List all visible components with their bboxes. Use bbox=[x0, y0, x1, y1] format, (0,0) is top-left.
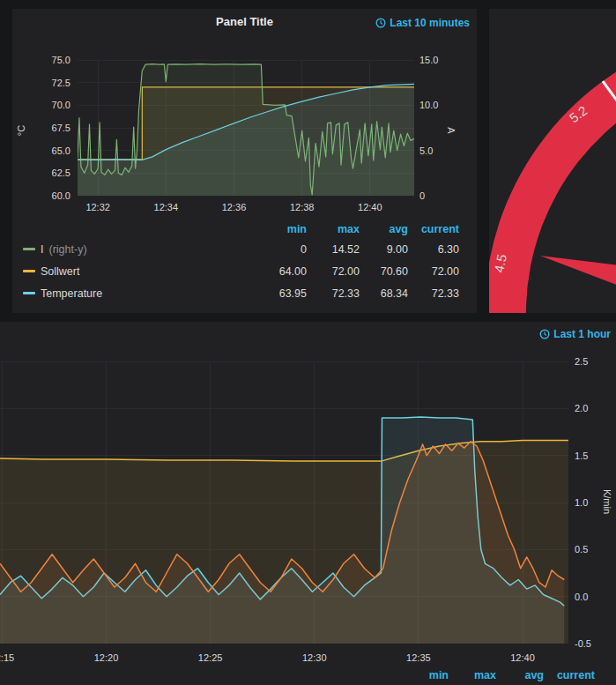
axis-tick-label: 12:38 bbox=[283, 201, 322, 213]
legend-value-avg: 9.00 bbox=[360, 243, 408, 256]
legend-value-current: 72.00 bbox=[408, 265, 459, 278]
axis-tick-label: 10.0 bbox=[419, 99, 438, 111]
axis-tick-label: 60.0 bbox=[37, 190, 71, 202]
axis-tick-label: 75.0 bbox=[37, 54, 71, 66]
legend-header-row: min max avg current bbox=[404, 669, 595, 681]
grafana-dashboard: Panel Title Last 10 minutes °C A min max… bbox=[0, 0, 616, 685]
legend-header-row: min max avg current bbox=[12, 220, 477, 238]
legend-value-max: 14.52 bbox=[307, 243, 360, 256]
axis-tick-label: 12:20 bbox=[86, 651, 125, 664]
legend-series-suffix: (right-y) bbox=[48, 243, 86, 256]
legend-series-marker bbox=[23, 248, 35, 250]
legend-header-max[interactable]: max bbox=[449, 669, 496, 681]
legend-header-current[interactable]: current bbox=[544, 669, 595, 681]
axis-tick-label: 15.0 bbox=[419, 54, 438, 66]
legend-value-current: 6.30 bbox=[408, 243, 459, 256]
axis-tick-label: 12:36 bbox=[214, 201, 253, 213]
legend-value-max: 72.00 bbox=[307, 265, 360, 278]
axis-tick-label: 12:30 bbox=[295, 651, 334, 664]
time-range-label: Last 10 minutes bbox=[390, 17, 470, 29]
axis-tick-label: 2.0 bbox=[575, 402, 588, 414]
time-range-picker[interactable]: Last 1 hour bbox=[539, 328, 611, 340]
axis-tick-label: 12:40 bbox=[351, 201, 390, 213]
axis-tick-label: 67.5 bbox=[37, 122, 71, 134]
axis-tick-label: 12:32 bbox=[78, 201, 117, 213]
legend-value-max: 72.33 bbox=[307, 287, 360, 300]
axis-tick-label: 62.5 bbox=[37, 167, 71, 179]
axis-tick-label: 0.0 bbox=[575, 591, 588, 603]
time-range-label: Last 1 hour bbox=[553, 328, 611, 340]
legend-value-min: 63.95 bbox=[250, 287, 307, 300]
gauge-chart: 5.2 4.5 bbox=[489, 9, 616, 313]
clock-icon bbox=[375, 18, 386, 28]
axis-tick-label: 65.0 bbox=[37, 145, 71, 157]
panel-gauge: 5.2 4.5 bbox=[489, 9, 616, 313]
panel-temperature: Panel Title Last 10 minutes °C A min max… bbox=[12, 9, 477, 313]
legend-series-toggle[interactable]: Temperature bbox=[23, 287, 250, 300]
axis-tick-label: -0.5 bbox=[575, 637, 591, 650]
legend-value-avg: 68.34 bbox=[360, 287, 408, 300]
legend-header-avg[interactable]: avg bbox=[496, 669, 544, 681]
axis-tick-label: 12:25 bbox=[191, 651, 230, 664]
legend-series-marker bbox=[23, 270, 35, 272]
legend-header-min[interactable]: min bbox=[404, 669, 449, 681]
y-axis-label-right: K/min bbox=[602, 489, 612, 514]
legend-series-name: I bbox=[41, 243, 43, 256]
chart-plot-area[interactable] bbox=[78, 60, 414, 196]
axis-tick-label: 5.0 bbox=[419, 145, 433, 157]
axis-tick-label: 1.0 bbox=[575, 496, 588, 509]
axis-tick-label: 1.5 bbox=[575, 450, 588, 462]
axis-tick-label: 12:15 bbox=[0, 651, 21, 664]
legend-series-marker bbox=[23, 292, 35, 294]
legend-series-toggle[interactable]: Sollwert bbox=[23, 265, 250, 278]
panel-heating-rate: Last 1 hour K/min min max avg current -0… bbox=[0, 322, 616, 685]
y-axis-label-right: A bbox=[446, 127, 456, 133]
legend: min max avg current I (right-y) 0 14.52 … bbox=[12, 220, 477, 304]
legend-header-max[interactable]: max bbox=[307, 223, 360, 235]
legend-row: Sollwert 64.00 72.00 70.60 72.00 bbox=[12, 260, 477, 282]
legend-header-current[interactable]: current bbox=[408, 223, 459, 235]
gauge-needle bbox=[540, 256, 616, 313]
axis-tick-label: 72.5 bbox=[37, 77, 71, 89]
legend-series-name: Temperature bbox=[41, 287, 102, 300]
axis-tick-label: 12:40 bbox=[503, 651, 542, 664]
legend-header-min[interactable]: min bbox=[250, 223, 307, 235]
legend-series-toggle[interactable]: I (right-y) bbox=[23, 243, 250, 256]
axis-tick-label: 2.5 bbox=[575, 355, 588, 368]
time-range-picker[interactable]: Last 10 minutes bbox=[375, 17, 470, 29]
legend-header-avg[interactable]: avg bbox=[360, 223, 408, 235]
chart-plot-area[interactable] bbox=[0, 361, 568, 644]
legend-series-name: Sollwert bbox=[41, 265, 79, 278]
y-axis-label-left: °C bbox=[16, 125, 26, 136]
legend-row: Temperature 63.95 72.33 68.34 72.33 bbox=[12, 282, 477, 304]
axis-tick-label: 12:35 bbox=[399, 651, 438, 664]
axis-tick-label: 0.5 bbox=[575, 543, 588, 555]
legend-row: I (right-y) 0 14.52 9.00 6.30 bbox=[12, 238, 477, 260]
axis-tick-label: 70.0 bbox=[37, 99, 71, 111]
legend-value-avg: 70.60 bbox=[360, 265, 408, 278]
legend-value-current: 72.33 bbox=[408, 287, 459, 300]
axis-tick-label: 12:34 bbox=[146, 201, 185, 213]
clock-icon bbox=[539, 329, 550, 339]
axis-tick-label: 0 bbox=[419, 190, 425, 202]
legend-value-min: 0 bbox=[250, 243, 307, 256]
legend-value-min: 64.00 bbox=[250, 265, 307, 278]
